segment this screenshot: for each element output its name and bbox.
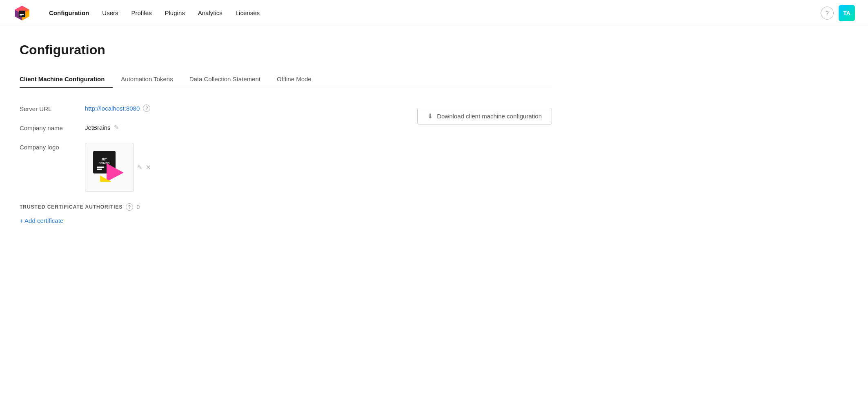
main-content: Configuration Client Machine Configurati… bbox=[0, 26, 572, 240]
svg-text:BRAINS: BRAINS bbox=[99, 162, 110, 165]
header-right: ? TA bbox=[821, 5, 855, 21]
trusted-certs-title: TRUSTED CERTIFICATE AUTHORITIES bbox=[20, 204, 122, 210]
company-name-row: Company name JetBrains ✎ bbox=[20, 124, 417, 131]
download-icon: ⬇ bbox=[427, 112, 433, 120]
company-name-label: Company name bbox=[20, 124, 85, 131]
server-url-row: Server URL http://localhost:8080 ? bbox=[20, 104, 417, 112]
nav-item-analytics[interactable]: Analytics bbox=[193, 6, 227, 20]
trusted-certs-count: 0 bbox=[136, 204, 140, 210]
content-area: Server URL http://localhost:8080 ? Compa… bbox=[20, 104, 552, 224]
company-logo-remove-icon[interactable]: ✕ bbox=[146, 164, 151, 171]
company-logo-value: JET BRAINS ✎ ✕ bbox=[85, 143, 151, 192]
company-logo-preview: JET BRAINS bbox=[85, 143, 134, 192]
tab-offline-mode[interactable]: Offline Mode bbox=[269, 71, 320, 88]
nav-item-licenses[interactable]: Licenses bbox=[231, 6, 265, 20]
app-logo[interactable] bbox=[13, 4, 31, 22]
trusted-certs-section: TRUSTED CERTIFICATE AUTHORITIES ? 0 + Ad… bbox=[20, 203, 417, 224]
company-logo-row: Company logo JET BRAINS bbox=[20, 143, 417, 192]
tab-client-machine[interactable]: Client Machine Configuration bbox=[20, 71, 113, 88]
nav-item-profiles[interactable]: Profiles bbox=[127, 6, 157, 20]
server-url-link[interactable]: http://localhost:8080 bbox=[85, 105, 140, 112]
form-section: Server URL http://localhost:8080 ? Compa… bbox=[20, 104, 417, 224]
svg-rect-11 bbox=[97, 169, 102, 170]
user-avatar[interactable]: TA bbox=[839, 5, 855, 21]
actions-area: ⬇ Download client machine configuration bbox=[417, 106, 552, 125]
svg-rect-6 bbox=[20, 14, 24, 15]
server-url-label: Server URL bbox=[20, 104, 85, 112]
tabs-bar: Client Machine Configuration Automation … bbox=[20, 71, 552, 88]
nav-item-users[interactable]: Users bbox=[97, 6, 123, 20]
company-name-text: JetBrains bbox=[85, 124, 111, 131]
svg-rect-10 bbox=[97, 167, 104, 168]
nav-item-configuration[interactable]: Configuration bbox=[44, 6, 94, 20]
add-certificate-link[interactable]: + Add certificate bbox=[20, 217, 63, 224]
svg-rect-5 bbox=[20, 16, 22, 16]
company-name-value: JetBrains ✎ bbox=[85, 124, 119, 131]
server-url-value: http://localhost:8080 ? bbox=[85, 104, 150, 112]
tab-data-collection[interactable]: Data Collection Statement bbox=[181, 71, 269, 88]
svg-text:JET: JET bbox=[102, 158, 107, 161]
trusted-certs-help-icon[interactable]: ? bbox=[126, 203, 133, 211]
page-title: Configuration bbox=[20, 42, 552, 58]
download-config-button[interactable]: ⬇ Download client machine configuration bbox=[417, 108, 552, 125]
company-logo-label: Company logo bbox=[20, 143, 85, 151]
header: Configuration Users Profiles Plugins Ana… bbox=[0, 0, 868, 26]
trusted-certs-header: TRUSTED CERTIFICATE AUTHORITIES ? 0 bbox=[20, 203, 417, 211]
server-url-help-icon[interactable]: ? bbox=[143, 104, 150, 112]
download-button-label: Download client machine configuration bbox=[437, 113, 542, 120]
help-button[interactable]: ? bbox=[821, 7, 834, 20]
nav-item-plugins[interactable]: Plugins bbox=[160, 6, 190, 20]
company-logo-edit-icon[interactable]: ✎ bbox=[137, 164, 142, 171]
tab-automation-tokens[interactable]: Automation Tokens bbox=[113, 71, 181, 88]
company-name-edit-icon[interactable]: ✎ bbox=[114, 124, 119, 131]
main-nav: Configuration Users Profiles Plugins Ana… bbox=[44, 6, 821, 20]
